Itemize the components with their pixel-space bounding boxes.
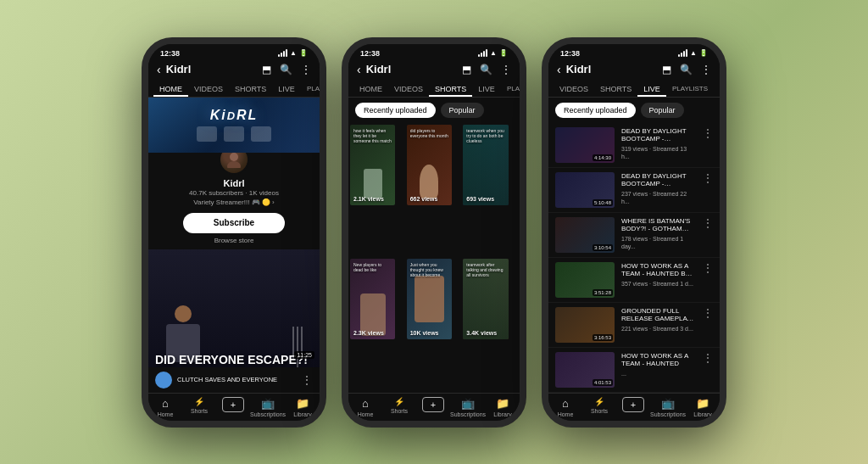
main-video-thumb[interactable]: DID EVERYONE ESCAPE?! 11:25 CLUTCH SAVES…: [148, 249, 320, 393]
nav-shorts-1[interactable]: ⚡ Shorts: [182, 397, 216, 417]
nav-subs-label-2: Subscriptions: [450, 411, 486, 417]
tab-shorts-2[interactable]: SHORTS: [429, 80, 472, 97]
nav-library-label-1: Library: [293, 411, 311, 417]
tab-videos-2[interactable]: VIDEOS: [388, 80, 429, 97]
filter-popular-3[interactable]: Popular: [641, 103, 684, 118]
top-nav-1: ‹ Kidrl ⬒ 🔍 ⋮: [148, 59, 320, 80]
add-button-2[interactable]: +: [422, 397, 444, 412]
short-item-3[interactable]: teamwork when you try to do an both be c…: [463, 125, 508, 205]
nav-add-2[interactable]: +: [416, 397, 450, 417]
tab-videos-3[interactable]: VIDEOS: [554, 80, 594, 97]
live-more-2[interactable]: ⋮: [703, 172, 713, 184]
add-button-1[interactable]: +: [222, 397, 244, 412]
tab-live-3[interactable]: LIVE: [637, 80, 666, 97]
filter-popular-2[interactable]: Popular: [441, 103, 484, 118]
short-views-2: 662 views: [410, 196, 438, 202]
phone-shorts: 12:38 ▲ 🔋 ‹ Kidrl ⬒ 🔍 ⋮: [342, 37, 526, 428]
live-item-6[interactable]: 4:01:53 HOW TO WORK AS A TEAM - HAUNTED …: [548, 348, 720, 393]
short-item-2[interactable]: did players to everyone this month 662 v…: [407, 125, 452, 205]
tab-playlists-2[interactable]: PLAYLISTS: [501, 80, 520, 97]
short-item-5[interactable]: Just when you thought you knew about it …: [407, 259, 452, 339]
more-icon-2[interactable]: ⋮: [501, 64, 511, 75]
bottom-nav-3: ⌂ Home ⚡ Shorts + 📺 Subscriptions 📁 Libr…: [548, 393, 720, 421]
add-button-3[interactable]: +: [622, 397, 644, 412]
nav-home-2[interactable]: ⌂ Home: [348, 397, 382, 417]
nav-shorts-3[interactable]: ⚡ Shorts: [582, 397, 616, 417]
nav-subs-2[interactable]: 📺 Subscriptions: [450, 397, 486, 417]
tab-shorts-1[interactable]: SHORTS: [229, 80, 272, 97]
top-nav-2: ‹ Kidrl ⬒ 🔍 ⋮: [348, 59, 520, 80]
subs-icon-1: 📺: [261, 397, 275, 410]
live-item-3[interactable]: 3:10:54 WHERE IS BATMAN'S BODY?! - GOTHA…: [548, 213, 720, 258]
status-bar-3: 12:38 ▲ 🔋: [548, 44, 720, 59]
tab-live-2[interactable]: LIVE: [472, 80, 501, 97]
live-duration-6: 4:01:53: [593, 379, 613, 386]
tab-bar-2: HOME VIDEOS SHORTS LIVE PLAYLISTS: [348, 80, 520, 98]
tab-comm-3[interactable]: COMM: [714, 80, 720, 97]
tab-videos-1[interactable]: VIDEOS: [188, 80, 229, 97]
filter-recently-uploaded-2[interactable]: Recently uploaded: [355, 103, 436, 118]
home-icon-2: ⌂: [362, 397, 369, 410]
live-more-6[interactable]: ⋮: [703, 352, 713, 364]
tab-live-1[interactable]: LIVE: [272, 80, 301, 97]
top-nav-3: ‹ Kidrl ⬒ 🔍 ⋮: [548, 59, 720, 80]
live-more-5[interactable]: ⋮: [703, 307, 713, 319]
more-icon-3[interactable]: ⋮: [701, 64, 711, 75]
tab-home-2[interactable]: HOME: [353, 80, 388, 97]
nav-library-1[interactable]: 📁 Library: [286, 397, 320, 417]
nav-add-1[interactable]: +: [216, 397, 250, 417]
nav-subs-1[interactable]: 📺 Subscriptions: [250, 397, 286, 417]
more-icon-1[interactable]: ⋮: [301, 64, 311, 75]
nav-library-2[interactable]: 📁 Library: [486, 397, 520, 417]
short-item-6[interactable]: teamwork after talking and drawing all s…: [463, 259, 508, 339]
live-title-4: HOW TO WORK AS A TEAM - HAUNTED BY DAYLI…: [621, 262, 696, 278]
back-arrow-2[interactable]: ‹: [357, 63, 361, 76]
live-item-2[interactable]: 5:10:48 DEAD BY DAYLIGHT BOOTCAMP - HAUN…: [548, 168, 720, 213]
live-duration-4: 3:51:28: [593, 289, 613, 296]
live-more-3[interactable]: ⋮: [703, 217, 713, 229]
bottom-nav-1: ⌂ Home ⚡ Shorts + 📺 Subscriptions 📁 Libr…: [148, 393, 320, 421]
nav-home-1[interactable]: ⌂ Home: [148, 397, 182, 417]
cast-icon-3[interactable]: ⬒: [662, 64, 671, 75]
live-more-4[interactable]: ⋮: [703, 262, 713, 274]
nav-library-3[interactable]: 📁 Library: [686, 397, 720, 417]
tab-playlists-1[interactable]: PLAYLI...: [301, 80, 320, 97]
nav-add-3[interactable]: +: [616, 397, 650, 417]
live-item-1[interactable]: 4:14:30 DEAD BY DAYLIGHT BOOTCAMP - HAUN…: [548, 123, 720, 168]
tab-playlists-3[interactable]: PLAYLISTS: [666, 80, 714, 97]
status-icons-3: ▲ 🔋: [678, 49, 708, 57]
tab-shorts-3[interactable]: SHORTS: [594, 80, 637, 97]
nav-home-3[interactable]: ⌂ Home: [548, 397, 582, 417]
cast-icon-2[interactable]: ⬒: [462, 64, 471, 75]
subscribe-button[interactable]: Subscribe: [183, 213, 285, 233]
tab-home-1[interactable]: HOME: [153, 80, 188, 97]
bottom-nav-2: ⌂ Home ⚡ Shorts + 📺 Subscriptions 📁 Libr…: [348, 393, 520, 421]
search-icon-1[interactable]: 🔍: [280, 64, 292, 75]
nav-library-label-2: Library: [493, 411, 511, 417]
live-item-4[interactable]: 3:51:28 HOW TO WORK AS A TEAM - HAUNTED …: [548, 258, 720, 303]
svg-point-1: [227, 161, 241, 168]
filter-recently-uploaded-3[interactable]: Recently uploaded: [555, 103, 636, 118]
search-icon-2[interactable]: 🔍: [480, 64, 492, 75]
channel-banner: KiDRL: [148, 98, 320, 153]
nav-shorts-label-2: Shorts: [391, 408, 408, 414]
browse-store-button[interactable]: Browse store: [214, 237, 254, 244]
back-arrow-3[interactable]: ‹: [557, 63, 561, 76]
live-more-1[interactable]: ⋮: [703, 127, 713, 139]
video-more-icon[interactable]: ⋮: [301, 373, 313, 387]
short-views-4: 2.3K views: [353, 330, 384, 336]
short-item-1[interactable]: how it feels when they let it be someone…: [350, 125, 395, 205]
cast-icon-1[interactable]: ⬒: [262, 64, 271, 75]
home-icon-1: ⌂: [162, 397, 169, 410]
time-2: 12:38: [360, 49, 380, 58]
live-item-5[interactable]: 3:16:53 GROUNDED FULL RELEASE GAMEPLAY -…: [548, 303, 720, 348]
channel-stats: 40.7K subscribers · 1K videos: [189, 189, 279, 197]
live-meta-5: 221 views · Streamed 3 d...: [621, 325, 696, 333]
short-item-4[interactable]: New players to dead be like 2.3K views: [350, 259, 395, 339]
live-title-3: WHERE IS BATMAN'S BODY?! - GOTHAM KNIGHT…: [621, 217, 696, 233]
back-arrow-1[interactable]: ‹: [157, 63, 161, 76]
search-icon-3[interactable]: 🔍: [680, 64, 693, 75]
nav-shorts-2[interactable]: ⚡ Shorts: [382, 397, 416, 417]
shorts-grid: how it feels when they let it be someone…: [348, 123, 520, 393]
nav-subs-3[interactable]: 📺 Subscriptions: [650, 397, 686, 417]
